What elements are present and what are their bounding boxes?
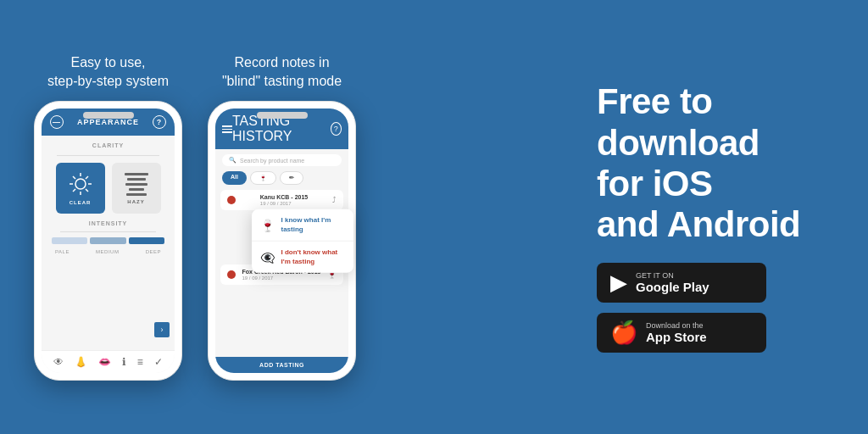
phone2-group: Record notes in"blind" tasting mode TAST…	[208, 53, 356, 381]
app-footer: 👁 👃 👄 ℹ ≡ ✓	[42, 350, 175, 373]
intensity-section: INTENSITY PALE MEDIUM DEEP	[48, 220, 168, 254]
sun-icon	[68, 171, 93, 197]
menu-icon[interactable]	[222, 125, 232, 133]
medium-label: MEDIUM	[96, 249, 119, 254]
wine-glass-icon: 🍷	[260, 219, 275, 232]
phone1-caption: Easy to use,step-by-step system	[47, 53, 169, 92]
nose-icon[interactable]: 👃	[75, 356, 87, 368]
phone2-caption: Record notes in"blind" tasting mode	[222, 53, 342, 92]
appearance-content: CLARITY	[42, 136, 175, 350]
intensity-bars	[52, 237, 164, 244]
info-icon[interactable]: ℹ	[122, 356, 126, 368]
app-store-name: App Store	[646, 330, 707, 344]
apple-icon: 🍎	[610, 320, 637, 346]
phone2: TASTING HISTORY ? 🔍 Search by product na…	[208, 101, 356, 381]
tasting-info-1: Kanu KCB - 2015 19 / 09 / 2017	[260, 194, 308, 206]
check-icon[interactable]: ✓	[154, 356, 163, 368]
svg-line-8	[73, 189, 75, 192]
deep-label: DEEP	[146, 249, 161, 254]
pale-label: PALE	[55, 249, 70, 254]
blind-icon: 👁️‍🗨️	[260, 250, 275, 264]
tasting-item-1[interactable]: Kanu KCB - 2015 19 / 09 / 2017 ⤴	[220, 190, 343, 210]
pale-bar[interactable]	[52, 237, 87, 244]
phone2-screen: TASTING HISTORY ? 🔍 Search by product na…	[215, 108, 348, 373]
popup-item-known[interactable]: 🍷 I know what I'm tasting	[252, 209, 349, 242]
svg-point-0	[75, 179, 86, 189]
google-play-icon: ▶	[610, 270, 627, 296]
clarity-label: CLARITY	[48, 142, 168, 148]
eye-icon[interactable]: 👁	[53, 356, 64, 368]
search-placeholder: Search by product name	[240, 158, 304, 164]
clarity-options: CLEAR HAZY	[48, 163, 168, 214]
popup-item-blind[interactable]: 👁️‍🗨️ I don't know what I'm tasting	[252, 242, 349, 273]
svg-line-5	[73, 176, 75, 179]
clarity-divider	[57, 155, 159, 156]
tasting-dot-1	[227, 196, 236, 204]
share-icon-1[interactable]: ⤴	[332, 196, 337, 204]
help-icon[interactable]: ?	[153, 115, 166, 129]
app-store-text: Download on the App Store	[646, 321, 707, 344]
right-section: Free todownloadfor iOSand Android ▶ GET …	[597, 81, 834, 352]
tasting-date-2: 19 / 09 / 2017	[242, 275, 321, 281]
hazy-icon	[125, 173, 148, 196]
filter-tabs: All 🍷 ✏	[222, 171, 342, 185]
tasting-dot-2	[227, 270, 236, 279]
appearance-title: APPEARANCE	[77, 118, 139, 126]
add-tasting-button[interactable]: ADD TASTING	[215, 357, 348, 373]
google-play-name: Google Play	[636, 280, 709, 294]
phone1-notch	[83, 112, 134, 119]
blind-tasting-popup: 🍷 I know what I'm tasting 👁️‍🗨️ I don't …	[252, 209, 349, 273]
popup-blind-text: I don't know what I'm tasting	[281, 248, 345, 266]
clear-option[interactable]: CLEAR	[56, 163, 105, 214]
filter-edit[interactable]: ✏	[280, 171, 303, 185]
svg-line-6	[86, 189, 88, 192]
search-bar[interactable]: 🔍 Search by product name	[222, 154, 342, 166]
intensity-label: INTENSITY	[52, 220, 164, 226]
tasting-history-screen: TASTING HISTORY ? 🔍 Search by product na…	[215, 108, 348, 373]
tasting-date-1: 19 / 09 / 2017	[260, 201, 308, 206]
clear-label: CLEAR	[70, 200, 92, 205]
intensity-labels: PALE MEDIUM DEEP	[52, 249, 164, 254]
mouth-icon[interactable]: 👄	[98, 356, 111, 368]
hazy-label: HAZY	[127, 199, 144, 204]
app-store-button[interactable]: 🍎 Download on the App Store	[597, 313, 766, 353]
hazy-option[interactable]: HAZY	[112, 163, 161, 214]
next-button[interactable]: ›	[154, 322, 170, 337]
app-store-sub: Download on the	[646, 321, 707, 330]
google-play-sub: GET IT ON	[636, 271, 709, 280]
tasting-name-1: Kanu KCB - 2015	[260, 194, 308, 200]
tasting-help-icon[interactable]: ?	[331, 122, 342, 136]
tasting-list: Kanu KCB - 2015 19 / 09 / 2017 ⤴ 🍷 I kno…	[215, 190, 348, 357]
phone1-screen: — APPEARANCE ? CLARITY	[42, 108, 175, 373]
store-buttons: ▶ GET IT ON Google Play 🍎 Download on th…	[597, 263, 766, 353]
svg-line-7	[86, 176, 88, 179]
main-headline: Free todownloadfor iOSand Android	[597, 81, 800, 245]
filter-wine[interactable]: 🍷	[250, 171, 276, 185]
google-play-text: GET IT ON Google Play	[636, 271, 709, 294]
popup-known-text: I know what I'm tasting	[281, 216, 345, 234]
phones-section: Easy to use,step-by-step system — APPEAR…	[34, 53, 356, 381]
intensity-divider	[60, 231, 156, 232]
search-icon: 🔍	[229, 157, 236, 164]
phone2-notch	[257, 112, 308, 119]
back-icon[interactable]: —	[50, 115, 64, 129]
deep-bar[interactable]	[129, 237, 164, 244]
phone1: — APPEARANCE ? CLARITY	[34, 101, 182, 381]
filter-all[interactable]: All	[222, 171, 247, 185]
medium-bar[interactable]	[90, 237, 125, 244]
google-play-button[interactable]: ▶ GET IT ON Google Play	[597, 263, 766, 303]
appearance-screen: — APPEARANCE ? CLARITY	[42, 108, 175, 373]
phone1-group: Easy to use,step-by-step system — APPEAR…	[34, 53, 182, 381]
list-icon[interactable]: ≡	[137, 356, 143, 368]
